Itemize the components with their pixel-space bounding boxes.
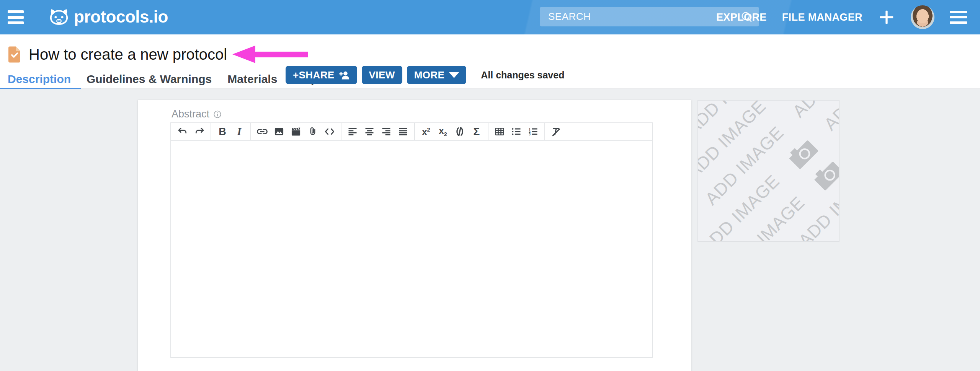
arrow-head — [232, 46, 255, 63]
redo-icon[interactable] — [191, 123, 208, 140]
header-nav: EXPLORE FILE MANAGER — [716, 0, 967, 34]
add-person-icon — [338, 70, 350, 80]
camera-icon — [808, 155, 840, 193]
abstract-editor: B I — [170, 122, 653, 358]
annotation-arrow — [232, 46, 308, 63]
tab-guidelines-warnings[interactable]: Guidelines & Warnings — [87, 73, 212, 86]
subscript-icon[interactable]: x2 — [434, 123, 451, 140]
bullet-list-icon[interactable] — [508, 123, 525, 140]
protocol-document-icon — [8, 46, 20, 63]
inline-code-icon[interactable] — [321, 123, 338, 140]
align-justify-icon[interactable] — [395, 123, 412, 140]
link-icon[interactable] — [254, 123, 271, 140]
add-image-pattern: ADD IMAGEADD IMAGEADD IMAGE ADD IMAGE AD… — [697, 100, 840, 242]
title-tab-band: How to create a new protocol Description… — [0, 34, 980, 89]
italic-icon[interactable]: I — [231, 123, 248, 140]
svg-text:3: 3 — [529, 133, 531, 136]
toolbar-separator — [488, 123, 488, 140]
superscript-icon[interactable]: x2 — [418, 123, 434, 140]
abstract-editor-body[interactable] — [171, 141, 652, 357]
nav-file-manager[interactable]: FILE MANAGER — [782, 11, 862, 23]
camera-icon — [783, 134, 820, 171]
logo-text: protocols.io — [74, 7, 168, 26]
bold-icon[interactable]: B — [214, 123, 231, 140]
add-image-placeholder[interactable]: ADD IMAGEADD IMAGEADD IMAGE ADD IMAGE AD… — [697, 100, 840, 242]
logo[interactable]: protocols.io — [49, 7, 168, 26]
toolbar-separator — [211, 123, 211, 140]
nav-explore[interactable]: EXPLORE — [716, 11, 767, 23]
toolbar-separator — [544, 123, 545, 140]
abstract-label: Abstract — [172, 108, 209, 120]
user-avatar[interactable] — [911, 5, 934, 29]
description-card: Abstract — [138, 100, 691, 371]
editor-toolbar: B I — [171, 123, 652, 141]
abstract-header: Abstract — [172, 108, 222, 120]
attachment-icon[interactable] — [304, 123, 321, 140]
undo-icon[interactable] — [174, 123, 191, 140]
create-new-icon[interactable] — [878, 8, 895, 26]
align-left-icon[interactable] — [344, 123, 361, 140]
code-block-icon[interactable] — [451, 123, 468, 140]
numbered-list-icon[interactable]: 1 2 3 — [525, 123, 542, 140]
user-menu-icon[interactable] — [950, 11, 967, 24]
more-button[interactable]: MORE — [407, 66, 467, 84]
action-buttons: +SHARE VIEW MORE All changes saved — [286, 66, 564, 84]
main-content: Abstract — [0, 89, 980, 371]
app-header: protocols.io EXPLORE FILE MANAGER — [0, 0, 980, 34]
insert-table-icon[interactable] — [491, 123, 508, 140]
toolbar-separator — [341, 123, 341, 140]
arrow-shaft — [255, 52, 308, 57]
tab-description[interactable]: Description — [8, 73, 71, 86]
share-button[interactable]: +SHARE — [286, 66, 357, 84]
tab-materials[interactable]: Materials — [227, 73, 277, 86]
align-right-icon[interactable] — [378, 123, 395, 140]
align-center-icon[interactable] — [361, 123, 378, 140]
view-button[interactable]: VIEW — [362, 66, 402, 84]
main-menu-icon[interactable] — [8, 10, 24, 24]
toolbar-separator — [414, 123, 415, 140]
insert-image-icon[interactable] — [271, 123, 287, 140]
formula-icon[interactable]: Σ — [468, 123, 485, 140]
toolbar-separator — [250, 123, 251, 140]
protocols-io-app: protocols.io EXPLORE FILE MANAGER — [0, 0, 980, 371]
info-icon[interactable] — [213, 110, 222, 119]
save-status: All changes saved — [481, 70, 564, 81]
insert-video-icon[interactable] — [287, 123, 304, 140]
clear-formatting-icon[interactable] — [548, 123, 565, 140]
chevron-down-icon — [449, 72, 459, 78]
protocol-title[interactable]: How to create a new protocol — [29, 46, 227, 63]
protocols-logo-icon — [49, 8, 69, 26]
title-row: How to create a new protocol — [0, 39, 980, 69]
